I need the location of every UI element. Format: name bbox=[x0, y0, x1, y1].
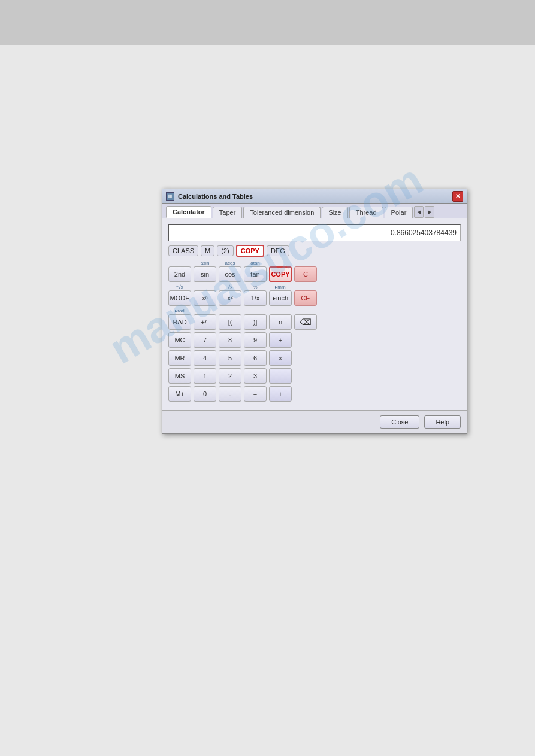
calculator-content: 0.866025403784439 CLASS M (2) COPY DEG 2… bbox=[162, 218, 467, 410]
tab-polar[interactable]: Polar bbox=[385, 207, 413, 218]
tab-size[interactable]: Size bbox=[322, 207, 347, 218]
btn-mr[interactable]: MR bbox=[168, 350, 191, 366]
btn-right-paren[interactable]: )] bbox=[244, 314, 267, 330]
btn-tan[interactable]: tan bbox=[244, 266, 267, 282]
btn-inch[interactable]: ▸inch bbox=[269, 290, 292, 306]
btn-3[interactable]: 3 bbox=[244, 368, 267, 384]
inch-group: ▸mm ▸inch bbox=[269, 284, 292, 306]
tan-group: atan tan bbox=[244, 260, 267, 282]
tab-next-button[interactable]: ▶ bbox=[425, 206, 434, 218]
btn-multiply[interactable]: x bbox=[269, 350, 292, 366]
btn-4[interactable]: 4 bbox=[194, 350, 216, 366]
title-bar: ▦ Calculations and Tables ✕ bbox=[162, 189, 467, 204]
power-row: ⁿ√x MODE xⁿ √x x² % 1/x ▸mm ▸inch CE bbox=[168, 284, 461, 306]
btn-xn[interactable]: xⁿ bbox=[194, 290, 216, 306]
nx2-label bbox=[204, 284, 205, 290]
numpad-row2: MR 4 5 6 x bbox=[168, 350, 461, 366]
btn-8[interactable]: 8 bbox=[219, 332, 241, 348]
rad-label: ▸rad bbox=[175, 308, 185, 314]
btn-1x[interactable]: 1/x bbox=[244, 290, 267, 306]
btn-left-paren[interactable]: [( bbox=[219, 314, 241, 330]
rad-group: ▸rad RAD bbox=[168, 308, 191, 330]
class-button[interactable]: CLASS bbox=[168, 245, 198, 256]
tab-prev-button[interactable]: ◀ bbox=[414, 206, 424, 218]
btn-n[interactable]: n bbox=[269, 314, 292, 330]
copy-info-button[interactable]: COPY bbox=[236, 245, 264, 257]
dialog-title: Calculations and Tables bbox=[178, 193, 452, 200]
tab-bar: Calculator Taper Toleranced dimension Si… bbox=[162, 204, 467, 218]
sin-group: asin sin bbox=[194, 260, 216, 282]
btn-0[interactable]: 0 bbox=[194, 386, 216, 402]
tab-taper[interactable]: Taper bbox=[213, 207, 243, 218]
btn-backspace[interactable]: ⌫ bbox=[294, 314, 317, 330]
btn-7[interactable]: 7 bbox=[194, 332, 216, 348]
btn-cos[interactable]: cos bbox=[219, 266, 241, 282]
m-button[interactable]: M bbox=[201, 245, 214, 256]
help-button[interactable]: Help bbox=[424, 415, 461, 429]
btn-5[interactable]: 5 bbox=[219, 350, 241, 366]
btn-dot[interactable]: . bbox=[219, 386, 241, 402]
tab-toleranced[interactable]: Toleranced dimension bbox=[243, 207, 321, 218]
sqrtx-label: √x bbox=[228, 284, 232, 290]
btn-1[interactable]: 1 bbox=[194, 368, 216, 384]
acos-label: acos bbox=[225, 260, 235, 266]
btn-6[interactable]: 6 bbox=[244, 350, 267, 366]
btn-ms[interactable]: MS bbox=[168, 368, 191, 384]
dialog-bottom: Close Help bbox=[162, 410, 467, 433]
asin-label: asin bbox=[201, 260, 210, 266]
numpad-row1: MC 7 8 9 + bbox=[168, 332, 461, 348]
deg-button[interactable]: DEG bbox=[267, 245, 289, 256]
btn-copy[interactable]: COPY bbox=[269, 266, 292, 282]
rad-row: ▸rad RAD +/- [( )] n ⌫ bbox=[168, 308, 461, 330]
pct-label: % bbox=[253, 284, 257, 290]
paren-button[interactable]: (2) bbox=[217, 245, 233, 256]
trig-row: 2nd asin sin acos cos atan tan COPY C bbox=[168, 260, 461, 282]
nx-label: ⁿ√x bbox=[176, 284, 183, 290]
btn-plus2[interactable]: + bbox=[269, 386, 292, 402]
btn-2nd[interactable]: 2nd bbox=[168, 266, 191, 282]
display-value: 0.866025403784439 bbox=[391, 229, 457, 237]
info-row: CLASS M (2) COPY DEG bbox=[168, 245, 461, 257]
btn-mc[interactable]: MC bbox=[168, 332, 191, 348]
calc-display: 0.866025403784439 bbox=[168, 224, 461, 241]
tab-thread[interactable]: Thread bbox=[349, 207, 383, 218]
mode-group: ⁿ√x MODE bbox=[168, 284, 191, 306]
x2-group: √x x² bbox=[219, 284, 241, 306]
xn-group: xⁿ bbox=[194, 284, 216, 306]
btn-plus[interactable]: + bbox=[269, 332, 292, 348]
btn-sin[interactable]: sin bbox=[194, 266, 216, 282]
mm-label: ▸mm bbox=[275, 284, 285, 290]
btn-ce[interactable]: CE bbox=[294, 290, 317, 306]
btn-9[interactable]: 9 bbox=[244, 332, 267, 348]
btn-equals[interactable]: = bbox=[244, 386, 267, 402]
title-icon: ▦ bbox=[166, 192, 174, 201]
numpad-row3: MS 1 2 3 - bbox=[168, 368, 461, 384]
btn-c[interactable]: C bbox=[294, 266, 317, 282]
tab-calculator[interactable]: Calculator bbox=[166, 206, 211, 218]
btn-2[interactable]: 2 bbox=[219, 368, 241, 384]
1x-group: % 1/x bbox=[244, 284, 267, 306]
btn-mplus[interactable]: M+ bbox=[168, 386, 191, 402]
close-button[interactable]: ✕ bbox=[452, 191, 463, 202]
btn-minus[interactable]: - bbox=[269, 368, 292, 384]
cos-group: acos cos bbox=[219, 260, 241, 282]
btn-mode[interactable]: MODE bbox=[168, 290, 191, 306]
close-dialog-button[interactable]: Close bbox=[380, 415, 419, 429]
dialog-window: ▦ Calculations and Tables ✕ Calculator T… bbox=[162, 189, 467, 434]
btn-x2[interactable]: x² bbox=[219, 290, 241, 306]
btn-rad[interactable]: RAD bbox=[168, 314, 191, 330]
atan-label: atan bbox=[250, 260, 260, 266]
btn-plusminus[interactable]: +/- bbox=[194, 314, 216, 330]
top-bar bbox=[0, 0, 535, 45]
numpad-row4: M+ 0 . = + bbox=[168, 386, 461, 402]
